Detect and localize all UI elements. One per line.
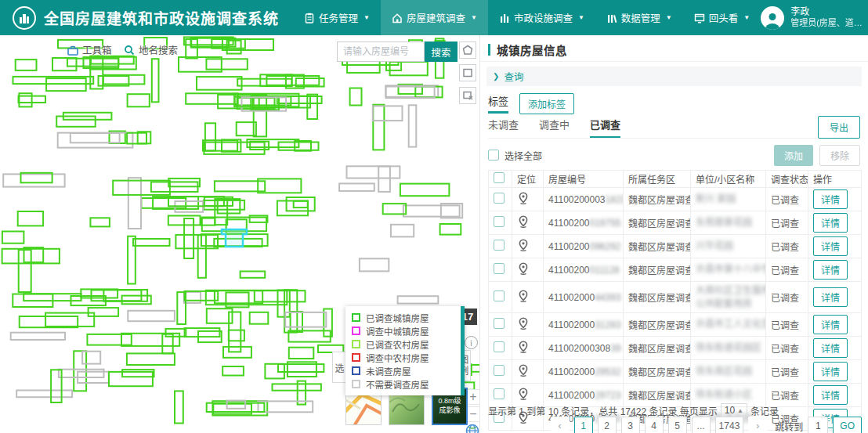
house-number-clear: 411002000308: [548, 343, 610, 354]
nav-label: 回头看: [709, 10, 739, 25]
page-next[interactable]: ›: [748, 417, 767, 433]
location-pin-icon[interactable]: [517, 294, 530, 305]
cell-status: 已调查: [766, 282, 808, 313]
results-table-wrap: 定位房屋编号所属任务区单位/小区名称调查状态操作 411002000031823…: [488, 170, 862, 431]
row-checkbox[interactable]: [494, 388, 505, 399]
nav-label: 数据管理: [621, 10, 660, 25]
select-all-checkbox[interactable]: [488, 150, 499, 161]
chevron-down-icon: ▼: [363, 14, 370, 21]
house-number-blurred: 29723: [595, 390, 620, 401]
query-expander[interactable]: ❯ 查询: [486, 67, 862, 86]
table-header-3: 单位/小区名称: [691, 171, 766, 188]
page-3[interactable]: 3: [621, 417, 640, 433]
table-body: 411002000031823魏都区房屋调查新兴 家园已调查详情41100200…: [489, 188, 862, 431]
row-checkbox[interactable]: [494, 318, 505, 329]
table-row: 41100200044393魏都区房屋调查大周社区卫生服务公共配套用房已调查详情: [489, 282, 862, 313]
place-search-button[interactable]: 地名搜索: [124, 42, 178, 57]
table-row: 41100200030839魏都区房屋调查铁东街道花园区已调查详情: [489, 337, 862, 360]
page-5[interactable]: 5: [668, 417, 687, 433]
go-button[interactable]: GO: [833, 417, 862, 433]
row-checkbox[interactable]: [494, 216, 505, 227]
cell-status: 已调查: [766, 188, 808, 211]
location-pin-icon[interactable]: [517, 219, 530, 230]
detail-button[interactable]: 详情: [813, 260, 848, 280]
page-1[interactable]: 1: [574, 417, 593, 433]
legend-item-0: 已调查城镇房屋: [352, 311, 451, 324]
cell-community-name: 东苑丽景花园: [691, 211, 766, 235]
rect-select-tool[interactable]: [459, 64, 476, 81]
detail-button[interactable]: 详情: [813, 385, 848, 405]
page-1743[interactable]: 1743: [715, 417, 744, 433]
tab-tags[interactable]: 标签: [488, 93, 508, 114]
location-pin-icon[interactable]: [517, 266, 530, 277]
page-4[interactable]: 4: [645, 417, 664, 433]
map-canvas[interactable]: 工具箱 地名搜索 筛选 搜索 17 i 图例 + − 选 已调查城镇房屋调查: [0, 35, 479, 433]
cell-task-area: 魏都区房屋调查: [624, 258, 691, 282]
table-header-row: 定位房屋编号所属任务区单位/小区名称调查状态操作: [489, 171, 862, 188]
panel-title: 城镇房屋信息: [497, 41, 567, 58]
cell-locate: [512, 258, 544, 282]
nav-item-3[interactable]: 数据管理▼: [595, 0, 683, 35]
detail-button[interactable]: 详情: [813, 213, 848, 233]
tag-row: 标签 添加标签: [488, 92, 860, 114]
cell-house-number: 41100200019755: [544, 211, 624, 235]
row-checkbox[interactable]: [494, 290, 505, 301]
location-pin-icon[interactable]: [517, 196, 530, 207]
clear-select-tool[interactable]: [459, 87, 476, 104]
user-menu[interactable]: 李政 管理员(房屋、道… ▼: [761, 6, 868, 30]
map-legend-panel: 已调查城镇房屋调查中城镇房屋已调查农村房屋调查中农村房屋未调查房屋不需要调查房屋: [345, 306, 465, 395]
detail-button[interactable]: 详情: [813, 362, 848, 381]
location-pin-icon[interactable]: [517, 368, 530, 379]
map-search-button[interactable]: 搜索: [425, 41, 458, 62]
tab-status-0[interactable]: 未调查: [488, 117, 519, 138]
top-header: 全国房屋建筑和市政设施调查系统 任务管理▼房屋建筑调查▼市政设施调查▼数据管理▼…: [0, 0, 868, 35]
nav-label: 任务管理: [319, 10, 358, 25]
jump-page-input[interactable]: [808, 417, 828, 433]
toolbox-button[interactable]: 工具箱: [67, 42, 112, 57]
house-number-blurred: 44393: [595, 292, 620, 303]
row-checkbox[interactable]: [494, 341, 505, 352]
add-tag-button[interactable]: 添加标签: [519, 93, 574, 114]
page-...[interactable]: ...: [692, 417, 711, 433]
row-checkbox[interactable]: [494, 365, 505, 376]
page-2[interactable]: 2: [598, 417, 617, 433]
cell-community-name: 铁东南区花园: [691, 360, 766, 384]
export-button[interactable]: 导出: [818, 116, 860, 139]
nav-item-1[interactable]: 房屋建筑调查▼: [381, 0, 488, 35]
location-pin-icon[interactable]: [517, 345, 530, 355]
detail-button[interactable]: 详情: [813, 338, 848, 358]
detail-button[interactable]: 详情: [813, 315, 848, 334]
page-prev[interactable]: ‹: [551, 417, 570, 433]
remove-button[interactable]: 移除: [819, 145, 860, 166]
nav-item-4[interactable]: 回头看▼: [683, 0, 761, 35]
row-checkbox[interactable]: [494, 263, 505, 274]
detail-button[interactable]: 详情: [813, 189, 848, 209]
page-size-select[interactable]: 10 ▲: [721, 403, 747, 417]
add-button[interactable]: 添加: [774, 145, 813, 166]
house-number-input[interactable]: [337, 41, 425, 62]
cell-checkbox: [489, 313, 512, 337]
table-header-checkbox: [489, 171, 512, 188]
location-pin-icon[interactable]: [517, 392, 530, 402]
detail-button[interactable]: 详情: [813, 236, 848, 256]
cell-status: 已调查: [766, 337, 808, 360]
tab-status-2[interactable]: 已调查: [590, 117, 620, 138]
tab-status-1[interactable]: 调查中: [539, 117, 570, 138]
detail-button[interactable]: 详情: [813, 287, 848, 307]
row-checkbox[interactable]: [494, 193, 505, 204]
cell-house-number: 411002000031823: [544, 188, 624, 211]
nav-item-2[interactable]: 市政设施调查▼: [488, 0, 595, 35]
cell-task-area: 魏都区房屋调查: [624, 282, 691, 313]
info-panel: 城镇房屋信息 ❯ 查询 标签 添加标签 未调查调查中已调查 导出 选择全部 添加…: [479, 35, 868, 433]
cell-action: 详情: [808, 258, 862, 282]
circle-select-tool[interactable]: [459, 41, 476, 59]
header-checkbox[interactable]: [494, 172, 505, 183]
info-button[interactable]: i: [465, 336, 478, 349]
location-pin-icon[interactable]: [517, 321, 530, 332]
row-checkbox[interactable]: [494, 240, 505, 251]
community-name-blurred: 铁东街道花园区: [696, 342, 761, 353]
legend-label: 调查中城镇房屋: [366, 325, 429, 337]
location-pin-icon[interactable]: [517, 243, 530, 254]
selected-building-outline[interactable]: [222, 229, 247, 247]
nav-item-0[interactable]: 任务管理▼: [293, 0, 381, 35]
